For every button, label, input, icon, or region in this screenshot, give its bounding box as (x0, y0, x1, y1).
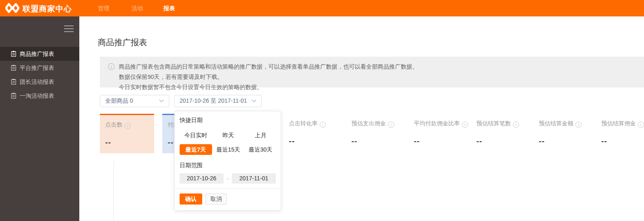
sidebar-item-product-report[interactable]: 商品推广报表 (0, 47, 79, 61)
topnav-report[interactable]: 报表 (164, 0, 175, 16)
chevron-down-icon (159, 99, 164, 103)
sidebar-menu: 商品推广报表 平台推广报表 团长活动报表 一淘活动报表 (0, 47, 79, 103)
confirm-button[interactable]: 确认 (180, 193, 202, 205)
stat-value: -- (539, 137, 545, 146)
sidebar-item-etao-activity-report[interactable]: 一淘活动报表 (0, 89, 79, 103)
stat-value: -- (351, 137, 358, 146)
stat-label: 点击转化率i (289, 120, 326, 128)
stat-label: 预估结算笔数i (476, 120, 519, 128)
sidebar-item-label: 一淘活动报表 (20, 92, 54, 99)
stat-click-conversion-rate[interactable]: 点击转化率i -- (287, 114, 342, 153)
logo-title: 联盟商家中心 (23, 4, 72, 14)
date-range-select-value: 2017-10-26 至 2017-11-01 (180, 97, 247, 105)
info-circle-icon: i (108, 63, 115, 70)
quick-option-last-7-days[interactable]: 最近7天 (180, 144, 212, 155)
stat-estimated-commission-spend[interactable]: 预估支出佣金i -- (350, 114, 404, 153)
start-date-input[interactable]: 2017-10-26 (180, 173, 224, 184)
end-date-input[interactable]: 2017-11-01 (232, 173, 276, 184)
stat-value: -- (414, 137, 420, 146)
logo: 联盟商家中心 (5, 3, 72, 15)
info-circle-icon[interactable]: i (125, 123, 131, 129)
report-clipboard-icon (11, 93, 16, 99)
stat-estimated-settlement-count[interactable]: 预估结算笔数i -- (475, 114, 529, 153)
notice-line: 今日实时数据暂不包含今日设置今日生效的策略的数据。 (119, 82, 418, 92)
info-circle-icon[interactable]: i (388, 122, 394, 128)
sidebar-item-label: 商品推广报表 (20, 51, 54, 57)
sidebar: 商品推广报表 平台推广报表 团长活动报表 一淘活动报表 (0, 16, 79, 221)
sidebar-item-platform-report[interactable]: 平台推广报表 (0, 61, 79, 75)
quick-option-last-30-days[interactable]: 最近30天 (245, 144, 277, 155)
quick-dates-title: 快捷日期 (180, 117, 276, 124)
range-separator: - (227, 175, 229, 182)
product-select-value: 全部商品 0 (105, 97, 133, 105)
chart-y-axis-line (113, 160, 114, 221)
topbar: 联盟商家中心 管理 活动 报表 (0, 0, 644, 16)
quick-option-yesterday[interactable]: 昨天 (212, 130, 245, 140)
sidebar-item-label: 平台推广报表 (20, 64, 54, 71)
notice-line: 数据仅保留90天，若有需要请及时下载。 (119, 72, 418, 82)
stat-card-clicks[interactable]: 点击数i -- (100, 114, 154, 153)
stat-label: 点击数i (105, 121, 131, 129)
stat-label: 预估结算佣金i (601, 120, 644, 128)
info-circle-icon[interactable]: i (513, 122, 519, 128)
stat-value: -- (105, 138, 111, 147)
date-range-title: 日期范围 (180, 162, 276, 169)
quick-option-last-15-days[interactable]: 最近15天 (212, 144, 245, 155)
quick-dates-grid: 今日实时 昨天 上月 最近7天 最近15天 最近30天 (180, 130, 276, 155)
stat-label: 平均付款佣金比率i (414, 120, 468, 128)
info-circle-icon[interactable]: i (575, 122, 582, 128)
info-circle-icon[interactable]: i (462, 122, 468, 128)
quick-option-last-month[interactable]: 上月 (245, 130, 277, 140)
hamburger-icon[interactable] (64, 25, 74, 32)
stat-value: -- (476, 137, 482, 146)
alimama-infinity-icon (5, 3, 19, 15)
sidebar-item-label: 团长活动报表 (20, 78, 54, 85)
notice-line: 商品推广报表包含商品的日常策略和活动策略的推广数据，可以选择查看单品推广数据，也… (119, 62, 418, 72)
sidebar-item-leader-activity-report[interactable]: 团长活动报表 (0, 75, 79, 89)
date-picker-popup: 快捷日期 今日实时 昨天 上月 最近7天 最近15天 最近30天 日期范围 20… (174, 111, 281, 211)
info-circle-icon[interactable]: i (638, 122, 644, 128)
report-clipboard-icon (11, 65, 16, 71)
notice-box: i 商品推广报表包含商品的日常策略和活动策略的推广数据，可以选择查看单品推广数据… (100, 57, 644, 87)
stat-estimated-settlement-amount[interactable]: 预估结算金额i -- (537, 114, 591, 153)
chevron-down-icon (252, 99, 256, 103)
topnav-activity[interactable]: 活动 (132, 0, 143, 16)
popup-actions: 确认 取消 (180, 189, 276, 209)
topnav-manage[interactable]: 管理 (98, 0, 109, 16)
stat-label: 预估支出佣金i (351, 120, 394, 128)
stat-estimated-settlement-commission[interactable]: 预估结算佣金i -- (600, 114, 644, 153)
report-clipboard-icon (11, 79, 16, 85)
stat-label: 预估结算金额i (539, 120, 582, 128)
stat-avg-payment-commission-rate[interactable]: 平均付款佣金比率i -- (412, 114, 466, 153)
date-range-select[interactable]: 2017-10-26 至 2017-11-01 (174, 95, 262, 107)
stat-value: -- (601, 137, 607, 146)
stat-value: -- (289, 137, 295, 146)
cancel-button[interactable]: 取消 (205, 193, 227, 205)
info-circle-icon[interactable]: i (320, 122, 326, 128)
page-title: 商品推广报表 (98, 37, 147, 48)
date-range-inputs: 2017-10-26 - 2017-11-01 (180, 173, 276, 184)
stat-value: -- (168, 138, 174, 147)
report-clipboard-icon (11, 51, 16, 57)
product-select[interactable]: 全部商品 0 (100, 95, 169, 107)
quick-option-today[interactable]: 今日实时 (180, 130, 212, 140)
notice-text: 商品推广报表包含商品的日常策略和活动策略的推广数据，可以选择查看单品推广数据，也… (119, 62, 418, 87)
